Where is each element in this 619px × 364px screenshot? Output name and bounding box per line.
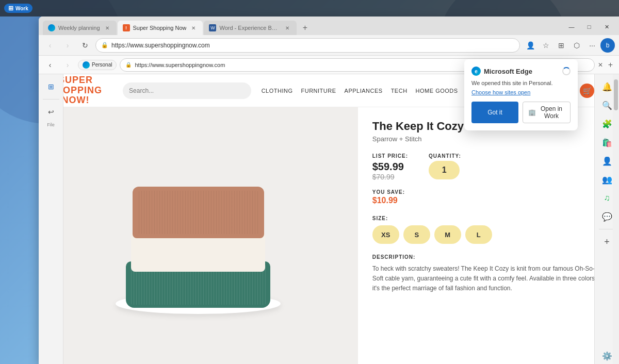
page-scrollbar[interactable]	[613, 74, 619, 364]
popup-spinner	[562, 67, 571, 75]
price-section: LIST PRICE: $59.99 $70.99	[372, 153, 408, 181]
close-button[interactable]: ✕	[598, 21, 615, 33]
nav-appliances[interactable]: APPLIANCES	[345, 88, 383, 94]
popup-title: Microsoft Edge	[484, 68, 532, 75]
browser-primary-toolbar: ‹ › ↻ 🔒 https://www.supershoppingnow.com…	[39, 35, 619, 56]
size-l[interactable]: L	[465, 225, 492, 244]
product-image-area	[39, 107, 358, 364]
collections-icon[interactable]: ⊞	[554, 38, 568, 53]
quantity-value: 1	[442, 166, 447, 175]
product-area: The Keep It Cozy Sweater Sparrow + Stitc…	[39, 107, 619, 364]
price-quantity-row: LIST PRICE: $59.99 $70.99 QUANTITY: 1	[372, 153, 605, 181]
undo-icon[interactable]: ↩	[43, 104, 59, 120]
popup-message: We opened this site in Personal.	[471, 80, 571, 86]
size-s[interactable]: S	[403, 225, 430, 244]
popup-buttons: Got it 🏢 Open in Work	[471, 102, 571, 123]
tab-favicon-word: W	[209, 24, 216, 31]
quantity-label: QUANTITY:	[429, 153, 461, 159]
tab-word[interactable]: W Word - Experience Built for Focus ✕	[204, 21, 297, 35]
lock-icon-2: 🔒	[125, 62, 132, 68]
edge-logo-small	[83, 61, 90, 69]
copilot-button[interactable]: b	[600, 38, 615, 53]
microsoft-edge-popup: e Microsoft Edge We opened this site in …	[464, 59, 578, 130]
personal-profile-badge[interactable]: Personal	[78, 60, 117, 70]
tab-favicon-shopping: !	[123, 24, 130, 31]
tab-weekly-planning[interactable]: Weekly planning ✕	[43, 21, 117, 35]
edge-left-sidebar: ⊞ ↩ File	[39, 74, 63, 364]
quantity-section: QUANTITY: 1	[429, 153, 461, 179]
product-info-panel: The Keep It Cozy Sweater Sparrow + Stitc…	[358, 107, 619, 364]
apps-grid-icon[interactable]: ⊞	[43, 78, 59, 95]
windows-taskbar: ⊞ Work	[0, 0, 619, 16]
popup-header: e Microsoft Edge	[471, 67, 571, 76]
tab-word-close[interactable]: ✕	[283, 24, 291, 32]
site-search-input[interactable]	[123, 82, 251, 99]
tab-super-shopping-label: Super Shopping Now	[133, 25, 187, 31]
extensions-icon[interactable]: ⬡	[569, 38, 584, 53]
new-tab-button[interactable]: +	[298, 21, 312, 35]
browser-tab-bar: Weekly planning ✕ ! Super Shopping Now ✕…	[39, 16, 619, 35]
size-label: SIZE:	[372, 216, 605, 221]
price-current: $59.99	[372, 161, 408, 173]
nav-home-goods[interactable]: HOME GOODS	[416, 88, 458, 94]
favorites-icon[interactable]: ☆	[539, 38, 553, 53]
nav-tech[interactable]: TECH	[391, 88, 408, 94]
tab-shopping-close[interactable]: ✕	[189, 24, 198, 32]
description-text: To heck with scratchy sweaters! The Keep…	[372, 264, 605, 294]
popup-title-row: e Microsoft Edge	[471, 67, 532, 76]
nav-clothing[interactable]: CLOTHING	[262, 88, 293, 94]
list-price-label: LIST PRICE:	[372, 153, 408, 159]
product-brand: Sparrow + Stitch	[372, 135, 605, 143]
product-image	[121, 153, 275, 318]
size-xs[interactable]: XS	[372, 225, 399, 244]
secondary-new-tab[interactable]: +	[606, 60, 615, 70]
work-icon: 🏢	[528, 109, 536, 116]
sidebar-divider	[43, 99, 59, 100]
forward-button-2[interactable]: ›	[60, 58, 75, 72]
forward-button[interactable]: ›	[60, 38, 75, 53]
savings-section: YOU SAVE: $10.99	[372, 189, 605, 205]
maximize-button[interactable]: □	[581, 21, 597, 33]
size-section: SIZE: XS S M L	[372, 216, 605, 244]
scrollbar-thumb[interactable]	[614, 79, 618, 110]
minimize-button[interactable]: —	[563, 21, 580, 33]
size-m[interactable]: M	[434, 225, 461, 244]
got-it-button[interactable]: Got it	[471, 102, 518, 123]
sweater-top	[133, 187, 264, 238]
secondary-tab-close[interactable]: ✕	[598, 61, 603, 69]
profile-label: Personal	[92, 62, 112, 68]
toolbar-icons: 👤 ☆ ⊞ ⬡ ··· b	[523, 38, 615, 53]
description-section: DESCRIPTION: To heck with scratchy sweat…	[372, 254, 605, 294]
open-in-work-button[interactable]: 🏢 Open in Work	[523, 102, 571, 123]
more-options-icon[interactable]: ···	[585, 38, 599, 53]
nav-furniture[interactable]: FURNITURE	[301, 88, 336, 94]
tab-favicon-edge	[48, 24, 55, 31]
address-bar[interactable]: 🔒 https://www.supershoppingnow.com	[95, 38, 520, 53]
tab-word-label: Word - Experience Built for Focus	[219, 25, 280, 31]
open-in-work-label: Open in Work	[538, 105, 565, 120]
address-text: https://www.supershoppingnow.com	[111, 42, 514, 49]
refresh-button[interactable]: ↻	[78, 38, 92, 53]
tab-weekly-close[interactable]: ✕	[103, 24, 111, 32]
profile-icon[interactable]: 👤	[523, 38, 537, 53]
size-buttons: XS S M L	[372, 225, 605, 244]
sidebar-file-label: File	[47, 122, 55, 127]
taskbar-work-label: Work	[15, 6, 28, 11]
quantity-selector[interactable]: 1	[429, 161, 460, 179]
back-button[interactable]: ‹	[43, 38, 57, 53]
tab-super-shopping[interactable]: ! Super Shopping Now ✕	[118, 21, 203, 35]
description-label: DESCRIPTION:	[372, 254, 605, 260]
back-button-2[interactable]: ‹	[43, 58, 57, 72]
tab-weekly-label: Weekly planning	[58, 25, 100, 31]
savings-label: YOU SAVE:	[372, 189, 605, 195]
edge-logo-popup: e	[471, 67, 481, 76]
window-controls: — □ ✕	[563, 21, 615, 35]
savings-amount: $10.99	[372, 196, 605, 205]
price-original: $70.99	[372, 173, 408, 181]
popup-link[interactable]: Choose how sites open	[471, 89, 571, 95]
lock-icon: 🔒	[101, 42, 108, 48]
cart-icon[interactable]: 🛒	[580, 84, 594, 98]
taskbar-work-badge[interactable]: ⊞ Work	[4, 4, 32, 13]
